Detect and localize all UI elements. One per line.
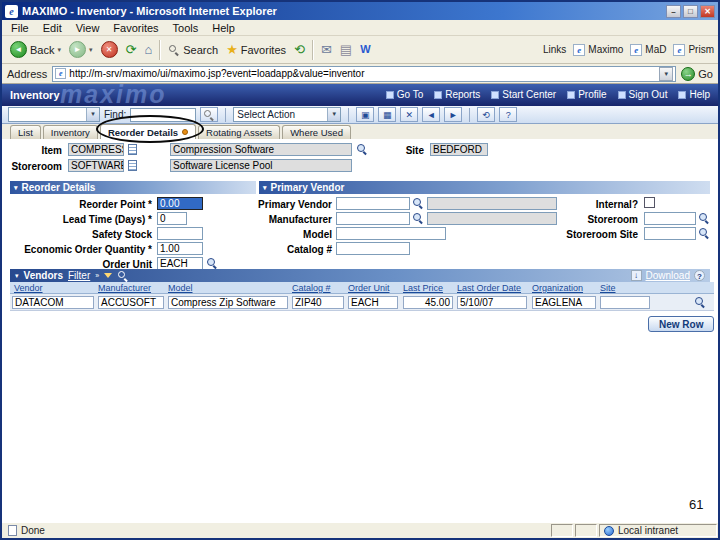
search-button[interactable]: Search — [164, 43, 222, 57]
download-link[interactable]: Download — [646, 270, 690, 281]
collapse-icon[interactable]: ▾ — [15, 272, 19, 280]
minimize-button[interactable]: – — [666, 5, 681, 18]
menu-favorites[interactable]: Favorites — [106, 22, 165, 34]
new-record-button[interactable]: ▣ — [356, 107, 374, 122]
internal-checkbox[interactable] — [644, 197, 655, 208]
lead-time-field[interactable]: 0 — [157, 212, 187, 225]
print-button[interactable]: ▤ — [336, 42, 356, 57]
forward-dropdown-icon[interactable]: ▾ — [89, 46, 93, 54]
collapse-icon[interactable]: ▾ — [14, 184, 18, 192]
save-button[interactable]: ▦ — [378, 107, 396, 122]
manufacturer-lookup-icon[interactable] — [412, 212, 424, 224]
cell-model[interactable]: Compress Zip Software — [168, 296, 288, 309]
back-dropdown-icon[interactable]: ▾ — [57, 46, 61, 54]
primary-vendor-lookup-icon[interactable] — [412, 197, 424, 209]
col-catalog[interactable]: Catalog # — [292, 283, 331, 293]
history-toolbar-button[interactable]: ⟲ — [477, 107, 495, 122]
forward-button[interactable]: ► ▾ — [65, 40, 97, 59]
table-row[interactable]: DATACOM ACCUSOFT Compress Zip Software Z… — [10, 294, 714, 311]
find-input[interactable] — [130, 108, 196, 122]
select-action-dropdown[interactable]: Select Action ▾ — [233, 107, 341, 122]
cell-manufacturer[interactable]: ACCUSOFT — [98, 296, 164, 309]
col-last-order-date[interactable]: Last Order Date — [457, 283, 521, 293]
start-center-link[interactable]: Start Center — [491, 89, 556, 100]
menu-edit[interactable]: Edit — [36, 22, 69, 34]
cell-vendor[interactable]: DATACOM — [12, 296, 94, 309]
tab-where-used[interactable]: Where Used — [282, 125, 351, 139]
tab-inventory[interactable]: Inventory — [43, 125, 98, 139]
long-description-icon[interactable] — [128, 144, 137, 155]
profile-link[interactable]: Profile — [567, 89, 606, 100]
clear-changes-button[interactable]: ✕ — [400, 107, 418, 122]
cell-organization[interactable]: EAGLENA — [532, 296, 596, 309]
primary-vendor-field[interactable] — [336, 197, 410, 210]
tab-list[interactable]: List — [10, 125, 41, 139]
back-button[interactable]: ◄ Back ▾ — [6, 40, 65, 59]
model-field[interactable] — [336, 227, 446, 240]
table-help-icon[interactable]: ? — [694, 270, 705, 281]
col-vendor[interactable]: Vendor — [14, 283, 43, 293]
filter-link[interactable]: Filter — [68, 270, 90, 281]
row-detail-icon[interactable] — [694, 296, 706, 308]
goto-link[interactable]: Go To — [386, 89, 424, 100]
storeroom-field[interactable]: SOFTWARE — [68, 159, 124, 172]
help-link[interactable]: Help — [678, 89, 710, 100]
col-organization[interactable]: Organization — [532, 283, 583, 293]
link-mad[interactable]: e MaD — [630, 44, 666, 56]
pv-storeroom-field[interactable] — [644, 212, 696, 225]
link-prism[interactable]: e Prism — [673, 44, 714, 56]
filter-expand-icon[interactable]: » — [95, 272, 99, 279]
cell-catalog[interactable]: ZIP40 — [292, 296, 344, 309]
menu-file[interactable]: File — [4, 22, 36, 34]
menu-view[interactable]: View — [69, 22, 107, 34]
tab-reorder-details[interactable]: Reorder Details — [100, 124, 196, 139]
go-button[interactable]: → Go — [681, 67, 713, 81]
pv-storeroom-lookup-icon[interactable] — [698, 212, 710, 224]
menu-tools[interactable]: Tools — [166, 22, 206, 34]
cell-order-unit[interactable]: EACH — [348, 296, 398, 309]
collapse-icon[interactable]: ▾ — [263, 184, 267, 192]
menu-help[interactable]: Help — [205, 22, 242, 34]
address-dropdown-icon[interactable]: ▾ — [659, 67, 673, 81]
favorites-button[interactable]: ★ Favorites — [222, 42, 290, 57]
mail-button[interactable]: ✉ — [317, 42, 336, 57]
refresh-button[interactable]: ⟳ — [122, 42, 141, 57]
address-input[interactable]: e http://m-srv/maximo/ui/maximo.jsp?even… — [52, 66, 676, 82]
col-order-unit[interactable]: Order Unit — [348, 283, 390, 293]
col-site[interactable]: Site — [600, 283, 616, 293]
cell-site[interactable] — [600, 296, 650, 309]
catalog-field[interactable] — [336, 242, 410, 255]
storeroom-site-lookup-icon[interactable] — [698, 227, 710, 239]
address-url[interactable]: http://m-srv/maximo/ui/maximo.jsp?event=… — [69, 68, 656, 79]
new-row-button[interactable]: New Row — [648, 316, 714, 332]
reports-link[interactable]: Reports — [434, 89, 480, 100]
download-icon[interactable]: ↓ — [631, 270, 642, 281]
col-manufacturer[interactable]: Manufacturer — [98, 283, 151, 293]
col-model[interactable]: Model — [168, 283, 193, 293]
table-search-icon[interactable] — [117, 270, 129, 282]
close-button[interactable]: ✕ — [700, 5, 715, 18]
link-maximo[interactable]: e Maximo — [573, 44, 623, 56]
history-button[interactable]: ⟲ — [290, 42, 309, 57]
previous-record-button[interactable]: ◄ — [422, 107, 440, 122]
long-description-icon[interactable] — [128, 160, 137, 171]
cell-last-order-date[interactable]: 5/10/07 — [457, 296, 527, 309]
storeroom-description-field[interactable]: Software License Pool — [170, 159, 352, 172]
stop-button[interactable]: ✕ — [97, 40, 122, 59]
maximize-button[interactable]: □ — [683, 5, 698, 18]
find-search-button[interactable] — [200, 107, 218, 122]
query-select[interactable]: ▾ — [8, 107, 100, 122]
home-button[interactable]: ⌂ — [140, 42, 156, 57]
help-toolbar-button[interactable]: ? — [499, 107, 517, 122]
filter-funnel-icon[interactable] — [104, 273, 112, 278]
storeroom-site-field[interactable] — [644, 227, 696, 240]
col-last-price[interactable]: Last Price — [403, 283, 443, 293]
item-description-field[interactable]: Compression Software — [170, 143, 352, 156]
tab-rotating-assets[interactable]: Rotating Assets — [198, 125, 280, 139]
site-field[interactable]: BEDFORD — [430, 143, 488, 156]
item-field[interactable]: COMPRESS — [68, 143, 124, 156]
order-unit-lookup-icon[interactable] — [206, 257, 218, 269]
sign-out-link[interactable]: Sign Out — [618, 89, 668, 100]
edit-button[interactable]: W — [356, 42, 374, 57]
cell-last-price[interactable]: 45.00 — [403, 296, 453, 309]
